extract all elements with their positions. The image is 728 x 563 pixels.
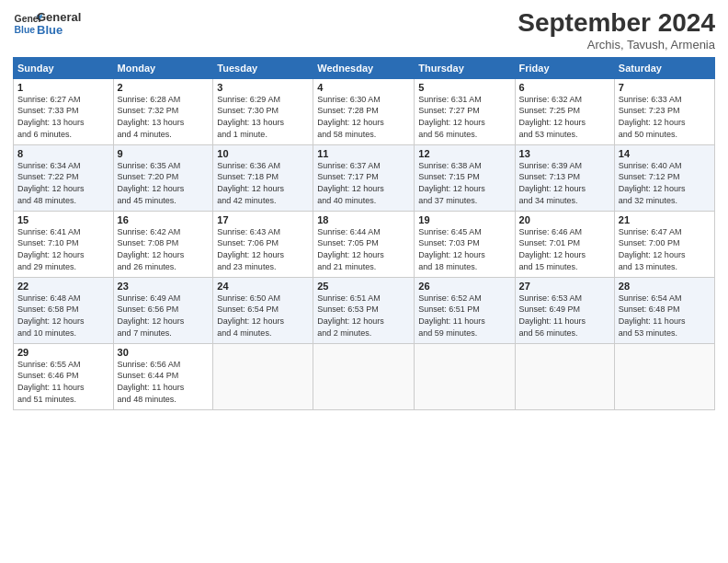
day-info: Sunrise: 6:29 AM Sunset: 7:30 PM Dayligh… xyxy=(217,94,309,140)
day-number: 19 xyxy=(418,214,510,225)
calendar-cell: 20Sunrise: 6:46 AM Sunset: 7:01 PM Dayli… xyxy=(515,211,614,277)
calendar-cell xyxy=(415,343,515,409)
calendar-cell xyxy=(213,343,313,409)
day-number: 18 xyxy=(317,214,410,225)
day-number: 25 xyxy=(317,281,410,292)
calendar-cell xyxy=(515,343,614,409)
day-number: 20 xyxy=(519,214,610,225)
calendar-cell: 10Sunrise: 6:36 AM Sunset: 7:18 PM Dayli… xyxy=(213,144,313,211)
day-number: 5 xyxy=(418,82,510,93)
day-info: Sunrise: 6:50 AM Sunset: 6:54 PM Dayligh… xyxy=(217,293,309,339)
column-header-monday: Monday xyxy=(113,57,213,78)
location-subtitle: Archis, Tavush, Armenia xyxy=(518,38,715,52)
month-title: September 2024 xyxy=(518,9,715,38)
day-info: Sunrise: 6:30 AM Sunset: 7:28 PM Dayligh… xyxy=(317,94,410,140)
calendar-cell: 11Sunrise: 6:37 AM Sunset: 7:17 PM Dayli… xyxy=(313,144,415,211)
calendar-week-1: 1Sunrise: 6:27 AM Sunset: 7:33 PM Daylig… xyxy=(14,78,715,144)
calendar-cell: 16Sunrise: 6:42 AM Sunset: 7:08 PM Dayli… xyxy=(113,211,213,277)
day-info: Sunrise: 6:54 AM Sunset: 6:48 PM Dayligh… xyxy=(619,293,711,339)
calendar-cell: 13Sunrise: 6:39 AM Sunset: 7:13 PM Dayli… xyxy=(515,144,614,211)
calendar-cell xyxy=(313,343,415,409)
day-info: Sunrise: 6:40 AM Sunset: 7:12 PM Dayligh… xyxy=(619,160,711,206)
day-info: Sunrise: 6:49 AM Sunset: 6:56 PM Dayligh… xyxy=(118,293,210,339)
calendar-cell: 6Sunrise: 6:32 AM Sunset: 7:25 PM Daylig… xyxy=(515,78,614,144)
calendar-week-2: 8Sunrise: 6:34 AM Sunset: 7:22 PM Daylig… xyxy=(14,144,715,211)
day-number: 11 xyxy=(317,148,410,159)
calendar-week-5: 29Sunrise: 6:55 AM Sunset: 6:46 PM Dayli… xyxy=(14,343,715,409)
day-number: 22 xyxy=(17,281,109,292)
column-header-wednesday: Wednesday xyxy=(313,57,415,78)
day-info: Sunrise: 6:55 AM Sunset: 6:46 PM Dayligh… xyxy=(17,359,109,405)
calendar-cell: 7Sunrise: 6:33 AM Sunset: 7:23 PM Daylig… xyxy=(614,78,714,144)
day-number: 1 xyxy=(17,82,109,93)
column-header-saturday: Saturday xyxy=(614,57,714,78)
day-number: 23 xyxy=(118,281,210,292)
header: General Blue General Blue September 2024… xyxy=(13,9,715,52)
calendar-cell: 19Sunrise: 6:45 AM Sunset: 7:03 PM Dayli… xyxy=(415,211,515,277)
column-header-tuesday: Tuesday xyxy=(213,57,313,78)
day-number: 24 xyxy=(217,281,309,292)
calendar-cell: 15Sunrise: 6:41 AM Sunset: 7:10 PM Dayli… xyxy=(14,211,114,277)
calendar-cell: 22Sunrise: 6:48 AM Sunset: 6:58 PM Dayli… xyxy=(14,277,114,343)
day-number: 8 xyxy=(17,148,109,159)
day-info: Sunrise: 6:48 AM Sunset: 6:58 PM Dayligh… xyxy=(17,293,109,339)
day-number: 3 xyxy=(217,82,309,93)
day-info: Sunrise: 6:31 AM Sunset: 7:27 PM Dayligh… xyxy=(418,94,510,140)
calendar-cell: 18Sunrise: 6:44 AM Sunset: 7:05 PM Dayli… xyxy=(313,211,415,277)
day-info: Sunrise: 6:34 AM Sunset: 7:22 PM Dayligh… xyxy=(17,160,109,206)
day-number: 17 xyxy=(217,214,309,225)
calendar-cell: 12Sunrise: 6:38 AM Sunset: 7:15 PM Dayli… xyxy=(415,144,515,211)
day-number: 27 xyxy=(519,281,610,292)
calendar-cell: 29Sunrise: 6:55 AM Sunset: 6:46 PM Dayli… xyxy=(14,343,114,409)
day-info: Sunrise: 6:51 AM Sunset: 6:53 PM Dayligh… xyxy=(317,293,410,339)
calendar-cell: 21Sunrise: 6:47 AM Sunset: 7:00 PM Dayli… xyxy=(614,211,714,277)
day-number: 29 xyxy=(17,347,109,358)
day-number: 28 xyxy=(619,281,711,292)
day-number: 21 xyxy=(619,214,711,225)
calendar-cell: 23Sunrise: 6:49 AM Sunset: 6:56 PM Dayli… xyxy=(113,277,213,343)
day-number: 30 xyxy=(118,347,210,358)
day-number: 7 xyxy=(619,82,711,93)
calendar-cell: 25Sunrise: 6:51 AM Sunset: 6:53 PM Dayli… xyxy=(313,277,415,343)
day-number: 13 xyxy=(519,148,610,159)
calendar-cell: 27Sunrise: 6:53 AM Sunset: 6:49 PM Dayli… xyxy=(515,277,614,343)
day-info: Sunrise: 6:28 AM Sunset: 7:32 PM Dayligh… xyxy=(118,94,210,140)
logo: General Blue General Blue xyxy=(13,9,81,39)
day-number: 9 xyxy=(118,148,210,159)
day-info: Sunrise: 6:27 AM Sunset: 7:33 PM Dayligh… xyxy=(17,94,109,140)
calendar-cell: 24Sunrise: 6:50 AM Sunset: 6:54 PM Dayli… xyxy=(213,277,313,343)
calendar-cell: 2Sunrise: 6:28 AM Sunset: 7:32 PM Daylig… xyxy=(113,78,213,144)
day-info: Sunrise: 6:35 AM Sunset: 7:20 PM Dayligh… xyxy=(118,160,210,206)
day-info: Sunrise: 6:32 AM Sunset: 7:25 PM Dayligh… xyxy=(519,94,610,140)
day-number: 4 xyxy=(317,82,410,93)
day-number: 26 xyxy=(418,281,510,292)
title-block: September 2024 Archis, Tavush, Armenia xyxy=(518,9,715,52)
day-number: 15 xyxy=(17,214,109,225)
day-info: Sunrise: 6:41 AM Sunset: 7:10 PM Dayligh… xyxy=(17,226,109,272)
calendar-cell: 5Sunrise: 6:31 AM Sunset: 7:27 PM Daylig… xyxy=(415,78,515,144)
calendar-cell: 3Sunrise: 6:29 AM Sunset: 7:30 PM Daylig… xyxy=(213,78,313,144)
main-container: General Blue General Blue September 2024… xyxy=(0,0,728,419)
day-number: 16 xyxy=(118,214,210,225)
calendar-cell: 14Sunrise: 6:40 AM Sunset: 7:12 PM Dayli… xyxy=(614,144,714,211)
day-info: Sunrise: 6:38 AM Sunset: 7:15 PM Dayligh… xyxy=(418,160,510,206)
day-info: Sunrise: 6:47 AM Sunset: 7:00 PM Dayligh… xyxy=(619,226,711,272)
calendar-cell: 17Sunrise: 6:43 AM Sunset: 7:06 PM Dayli… xyxy=(213,211,313,277)
logo-line2: Blue xyxy=(37,24,81,37)
day-info: Sunrise: 6:36 AM Sunset: 7:18 PM Dayligh… xyxy=(217,160,309,206)
day-info: Sunrise: 6:52 AM Sunset: 6:51 PM Dayligh… xyxy=(418,293,510,339)
day-number: 2 xyxy=(118,82,210,93)
day-info: Sunrise: 6:45 AM Sunset: 7:03 PM Dayligh… xyxy=(418,226,510,272)
day-info: Sunrise: 6:39 AM Sunset: 7:13 PM Dayligh… xyxy=(519,160,610,206)
calendar-cell xyxy=(614,343,714,409)
calendar-cell: 28Sunrise: 6:54 AM Sunset: 6:48 PM Dayli… xyxy=(614,277,714,343)
logo-line1: General xyxy=(37,11,81,24)
column-header-sunday: Sunday xyxy=(14,57,114,78)
day-info: Sunrise: 6:33 AM Sunset: 7:23 PM Dayligh… xyxy=(619,94,711,140)
calendar-cell: 30Sunrise: 6:56 AM Sunset: 6:44 PM Dayli… xyxy=(113,343,213,409)
day-info: Sunrise: 6:42 AM Sunset: 7:08 PM Dayligh… xyxy=(118,226,210,272)
calendar-cell: 8Sunrise: 6:34 AM Sunset: 7:22 PM Daylig… xyxy=(14,144,114,211)
calendar-table: SundayMondayTuesdayWednesdayThursdayFrid… xyxy=(13,57,715,410)
day-info: Sunrise: 6:56 AM Sunset: 6:44 PM Dayligh… xyxy=(118,359,210,405)
day-info: Sunrise: 6:53 AM Sunset: 6:49 PM Dayligh… xyxy=(519,293,610,339)
